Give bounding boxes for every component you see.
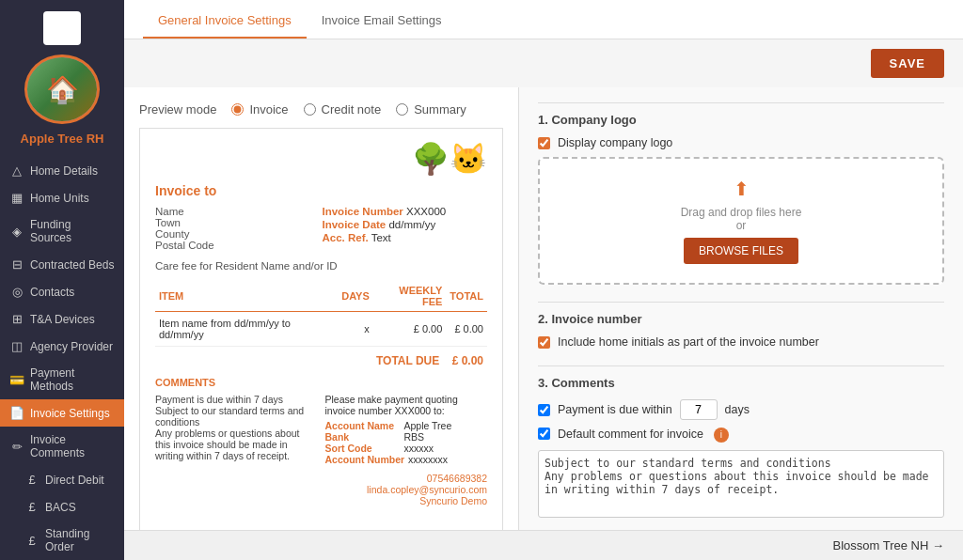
contact-phone: 07546689382 linda.copley@syncurio.com	[155, 473, 487, 495]
radio-summary[interactable]: Summary	[396, 102, 466, 117]
sidebar-item-contracted-beds[interactable]: ⊟ Contracted Beds	[0, 251, 124, 278]
table-row: Item name from dd/mm/yy to dd/mm/yy x £ …	[155, 312, 487, 347]
sidebar-item-home-details[interactable]: △ Home Details	[0, 157, 124, 184]
tab-general-invoice-settings[interactable]: General Invoice Settings	[143, 0, 307, 39]
sidebar-item-payment-methods[interactable]: 💳 Payment Methods	[0, 360, 124, 399]
preview-mode-row: Preview mode Invoice Credit note Summary	[139, 102, 503, 117]
default-comment-info-icon[interactable]: i	[714, 428, 729, 443]
comments-icon: ✏	[9, 440, 24, 454]
sidebar-logo	[43, 11, 81, 45]
sidebar-item-direct-debit[interactable]: £ Direct Debit	[0, 466, 124, 493]
acc-ref-label: Acc. Ref.	[323, 232, 369, 243]
comments-section-settings: 3. Comments Payment is due within days D…	[538, 366, 944, 530]
contacts-icon: ◎	[9, 285, 24, 299]
preview-logo-area: 🌳🐱	[155, 144, 487, 174]
units-icon: ▦	[9, 191, 24, 205]
home-initials-checkbox[interactable]	[538, 336, 550, 349]
sidebar-item-funding-sources[interactable]: ◈ Funding Sources	[0, 211, 124, 251]
sidebar-item-standing-order[interactable]: £ Standing Order	[0, 521, 124, 560]
inv-date-label: Invoice Date	[323, 219, 387, 230]
beds-icon: ⊟	[9, 257, 24, 272]
sidebar-item-ta-devices[interactable]: ⊞ T&A Devices	[0, 305, 124, 333]
sidebar-item-invoice-settings[interactable]: 📄 Invoice Settings	[0, 399, 124, 427]
browse-files-button[interactable]: BROWSE FILES	[684, 238, 798, 264]
bottom-bar-text: Blossom Tree NH →	[833, 538, 944, 552]
col-days: DAYS	[338, 281, 373, 312]
avatar: 🏠	[24, 54, 100, 124]
upload-or-text: or	[559, 219, 924, 232]
display-logo-row: Display company logo	[538, 136, 944, 149]
tab-invoice-email-settings[interactable]: Invoice Email Settings	[307, 0, 457, 39]
comments-section: COMMENTS Payment is due within 7 days Su…	[155, 377, 487, 465]
days-input[interactable]	[680, 399, 718, 420]
acc-ref-value: Text	[371, 232, 391, 243]
payment-due-checkbox[interactable]	[538, 404, 550, 416]
comments-right: Please make payment quoting invoice numb…	[325, 394, 488, 465]
upload-drag-text: Drag and drop files here	[559, 206, 924, 219]
payment-icon: 💳	[9, 373, 24, 387]
field-town-label: Town	[155, 217, 321, 228]
col-item: ITEM	[155, 281, 338, 312]
payment-pre-label: Payment is due within	[558, 403, 672, 416]
care-fee-label: Care fee for Resident Name and/or ID	[155, 260, 487, 272]
col-weekly-fee: WEEKLY FEE	[373, 281, 447, 312]
default-comment-textarea[interactable]: Subject to our standard terms and condit…	[538, 450, 944, 518]
invoice-number-title: 2. Invoice number	[538, 312, 944, 326]
home-initials-row: Include home initials as part of the inv…	[538, 335, 944, 349]
sidebar-item-invoice-comments[interactable]: ✏ Invoice Comments	[0, 427, 124, 466]
tab-bar: General Invoice Settings Invoice Email S…	[124, 0, 963, 39]
invoice-preview-panel: Preview mode Invoice Credit note Summary…	[124, 87, 519, 530]
comments-grid: Payment is due within 7 days Subject to …	[155, 394, 487, 465]
company-logo-title: 1. Company logo	[538, 113, 944, 127]
toolbar: SAVE	[124, 39, 963, 87]
comments-left-text: Payment is due within 7 days Subject to …	[155, 394, 318, 465]
sidebar: 🏠 Apple Tree RH △ Home Details ▦ Home Un…	[0, 0, 124, 560]
invoice-icon: 📄	[9, 406, 24, 420]
acc-number-row: Account Numberxxxxxxxx	[325, 454, 488, 465]
acc-name-row: Account NameApple Tree	[325, 420, 488, 431]
bacs-icon: £	[24, 500, 39, 514]
home-initials-label: Include home initials as part of the inv…	[558, 335, 819, 349]
invoice-to-title: Invoice to	[155, 183, 487, 198]
comments-title: COMMENTS	[155, 377, 487, 388]
sidebar-item-home-units[interactable]: ▦ Home Units	[0, 184, 124, 211]
col-total: TOTAL	[446, 281, 487, 312]
invoice-address-grid: Name Town County Postal Code Invoice Num…	[155, 206, 487, 251]
sidebar-item-agency-provider[interactable]: ◫ Agency Provider	[0, 333, 124, 360]
sidebar-item-bacs[interactable]: £ BACS	[0, 493, 124, 521]
field-county-label: County	[155, 228, 321, 240]
radio-invoice[interactable]: Invoice	[231, 102, 288, 117]
bank-row: BankRBS	[325, 431, 488, 443]
upload-icon: ⬆	[559, 178, 924, 200]
debit-icon: £	[24, 473, 39, 487]
settings-panel: 1. Company logo Display company logo ⬆ D…	[519, 87, 963, 530]
field-name-label: Name	[155, 206, 321, 217]
upload-dropzone[interactable]: ⬆ Drag and drop files here or BROWSE FIL…	[538, 157, 944, 285]
default-comment-invoice-checkbox[interactable]	[538, 428, 550, 440]
main-panel: General Invoice Settings Invoice Email S…	[124, 0, 963, 560]
radio-credit-note[interactable]: Credit note	[304, 102, 382, 117]
field-postal-label: Postal Code	[155, 240, 321, 251]
inv-num-label: Invoice Number	[323, 206, 403, 217]
payment-post-label: days	[725, 403, 750, 416]
display-logo-checkbox[interactable]	[538, 137, 550, 149]
sidebar-brand: Apple Tree RH	[21, 132, 104, 146]
sidebar-item-contacts[interactable]: ◎ Contacts	[0, 278, 124, 305]
payment-due-row: Payment is due within days	[538, 399, 944, 420]
default-comment-invoice-row: Default comment for invoice i	[538, 428, 944, 443]
bottom-bar: Blossom Tree NH →	[124, 530, 963, 560]
invoice-number-section: 2. Invoice number Include home initials …	[538, 302, 944, 349]
total-due-label: TOTAL DUE	[376, 354, 439, 367]
demo-label: Syncurio Demo	[155, 495, 487, 506]
funding-icon: ◈	[9, 225, 24, 239]
company-logo-image: 🌳🐱	[155, 144, 487, 174]
contact-email: linda.copley@syncurio.com	[155, 484, 487, 495]
sort-code-row: Sort Codexxxxxx	[325, 443, 488, 454]
content-area: Preview mode Invoice Credit note Summary…	[124, 87, 963, 530]
bottom-bar-link[interactable]: Blossom Tree NH →	[833, 538, 944, 552]
devices-icon: ⊞	[9, 312, 24, 326]
invoice-items-table: ITEM DAYS WEEKLY FEE TOTAL Item name fro…	[155, 281, 487, 347]
save-button[interactable]: SAVE	[871, 49, 944, 78]
agency-icon: ◫	[9, 339, 24, 353]
home-icon: △	[9, 163, 24, 178]
